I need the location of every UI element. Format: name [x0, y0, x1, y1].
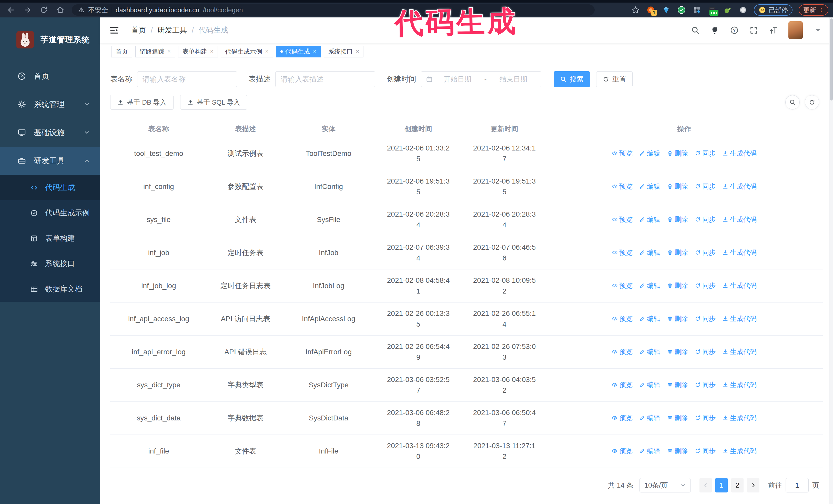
extension-grid-icon[interactable] — [692, 5, 701, 15]
github-icon[interactable] — [711, 26, 719, 34]
action-preview[interactable]: 预览 — [612, 247, 633, 258]
profile-chip[interactable]: 已暂停 — [754, 4, 792, 16]
table-row[interactable]: inf_job_log定时任务日志表InfJobLog2021-02-08 04… — [110, 269, 823, 303]
action-generate-code[interactable]: 生成代码 — [722, 247, 757, 258]
reset-button[interactable]: 重置 — [596, 71, 633, 87]
table-row[interactable]: sys_dict_data字典数据表SysDictData2021-03-06 … — [110, 402, 823, 435]
extension-check-icon[interactable] — [677, 5, 686, 15]
close-icon[interactable]: × — [167, 48, 171, 55]
next-page-button[interactable] — [747, 478, 759, 493]
tag-item[interactable]: 代码生成× — [276, 46, 321, 57]
action-sync[interactable]: 同步 — [695, 379, 716, 390]
action-preview[interactable]: 预览 — [612, 446, 633, 456]
tag-item[interactable]: 表单构建× — [178, 46, 218, 57]
action-sync[interactable]: 同步 — [695, 181, 716, 192]
table-desc-input[interactable] — [275, 71, 375, 87]
action-generate-code[interactable]: 生成代码 — [722, 412, 757, 423]
forward-icon[interactable] — [23, 6, 32, 14]
action-generate-code[interactable]: 生成代码 — [722, 313, 757, 324]
action-delete[interactable]: 删除 — [667, 148, 688, 159]
action-generate-code[interactable]: 生成代码 — [722, 214, 757, 225]
action-delete[interactable]: 删除 — [667, 313, 688, 324]
action-preview[interactable]: 预览 — [612, 148, 633, 159]
back-icon[interactable] — [7, 6, 15, 14]
action-generate-code[interactable]: 生成代码 — [722, 379, 757, 390]
action-preview[interactable]: 预览 — [612, 280, 633, 291]
scrollbar-thumb[interactable] — [830, 19, 833, 100]
fullscreen-icon[interactable] — [749, 26, 758, 34]
action-sync[interactable]: 同步 — [695, 412, 716, 423]
import-sql-button[interactable]: 基于 SQL 导入 — [180, 95, 247, 110]
action-sync[interactable]: 同步 — [695, 214, 716, 225]
sidebar-item-home[interactable]: 首页 — [0, 62, 100, 90]
action-edit[interactable]: 编辑 — [639, 379, 660, 390]
date-range-picker[interactable]: 开始日期 - 结束日期 — [421, 71, 541, 87]
action-sync[interactable]: 同步 — [695, 346, 716, 357]
sidebar-item-dev-tools[interactable]: 研发工具 — [0, 147, 100, 175]
table-row[interactable]: inf_api_access_logAPI 访问日志表InfApiAccessL… — [110, 303, 823, 336]
font-size-icon[interactable] — [769, 26, 778, 34]
breadcrumb-item[interactable]: 研发工具 — [158, 25, 187, 35]
home-icon[interactable] — [56, 6, 65, 14]
tag-item[interactable]: 代码生成示例× — [221, 46, 273, 57]
table-row[interactable]: inf_job定时任务表InfJob2021-02-07 06:39:34202… — [110, 236, 823, 269]
action-sync[interactable]: 同步 — [695, 280, 716, 291]
breadcrumb-item[interactable]: 首页 — [131, 25, 146, 35]
sidebar-item-infrastructure[interactable]: 基础设施 — [0, 118, 100, 147]
action-generate-code[interactable]: 生成代码 — [722, 280, 757, 291]
user-avatar[interactable] — [788, 21, 803, 39]
action-edit[interactable]: 编辑 — [639, 446, 660, 456]
action-edit[interactable]: 编辑 — [639, 148, 660, 159]
caret-down-icon[interactable] — [813, 26, 822, 34]
page-button-2[interactable]: 2 — [731, 478, 743, 493]
action-generate-code[interactable]: 生成代码 — [722, 346, 757, 357]
action-generate-code[interactable]: 生成代码 — [722, 148, 757, 159]
close-icon[interactable]: × — [265, 48, 269, 55]
tag-item[interactable]: 首页 — [111, 46, 132, 57]
action-generate-code[interactable]: 生成代码 — [722, 181, 757, 192]
address-bar[interactable]: 不安全 dashboard.yudao.iocoder.cn/tool/code… — [72, 4, 595, 16]
prev-page-button[interactable] — [699, 478, 712, 493]
action-sync[interactable]: 同步 — [695, 313, 716, 324]
action-delete[interactable]: 删除 — [667, 280, 688, 291]
table-row[interactable]: inf_api_error_logAPI 错误日志InfApiErrorLog2… — [110, 336, 823, 369]
extension-dark-icon[interactable]: on — [708, 5, 717, 15]
action-preview[interactable]: 预览 — [612, 346, 633, 357]
action-edit[interactable]: 编辑 — [639, 313, 660, 324]
action-edit[interactable]: 编辑 — [639, 280, 660, 291]
action-edit[interactable]: 编辑 — [639, 412, 660, 423]
action-edit[interactable]: 编辑 — [639, 247, 660, 258]
sidebar-subitem-codegen-example[interactable]: 代码生成示例 — [0, 200, 100, 225]
goto-page-input[interactable] — [786, 478, 809, 493]
page-scrollbar[interactable] — [829, 18, 833, 504]
close-icon[interactable]: × — [356, 48, 359, 55]
search-icon[interactable] — [691, 26, 700, 34]
action-edit[interactable]: 编辑 — [639, 214, 660, 225]
import-db-button[interactable]: 基于 DB 导入 — [110, 95, 173, 110]
extension-orange-icon[interactable]: 1 — [646, 5, 656, 15]
close-icon[interactable]: × — [210, 48, 214, 55]
action-delete[interactable]: 删除 — [667, 379, 688, 390]
action-delete[interactable]: 删除 — [667, 181, 688, 192]
bookmark-star-icon[interactable] — [631, 6, 640, 14]
search-button[interactable]: 搜索 — [554, 71, 590, 87]
action-sync[interactable]: 同步 — [695, 247, 716, 258]
action-preview[interactable]: 预览 — [612, 313, 633, 324]
action-edit[interactable]: 编辑 — [639, 181, 660, 192]
close-icon[interactable]: × — [313, 48, 316, 55]
extension-gem-icon[interactable] — [662, 5, 671, 15]
table-row[interactable]: tool_test_demo测试示例表ToolTestDemo2021-02-0… — [110, 137, 823, 170]
tag-item[interactable]: 链路追踪× — [135, 46, 175, 57]
action-delete[interactable]: 删除 — [667, 247, 688, 258]
tag-item[interactable]: 系统接口× — [324, 46, 363, 57]
help-icon[interactable]: ? — [730, 26, 739, 34]
action-preview[interactable]: 预览 — [612, 214, 633, 225]
action-generate-code[interactable]: 生成代码 — [722, 446, 757, 456]
extensions-puzzle-icon[interactable] — [738, 5, 748, 15]
sidebar-subitem-codegen[interactable]: 代码生成 — [0, 175, 100, 200]
sidebar-subitem-db-doc[interactable]: 数据库文档 — [0, 277, 100, 302]
action-sync[interactable]: 同步 — [695, 148, 716, 159]
action-edit[interactable]: 编辑 — [639, 346, 660, 357]
action-sync[interactable]: 同步 — [695, 446, 716, 456]
update-button[interactable]: 更新 — [799, 4, 828, 16]
